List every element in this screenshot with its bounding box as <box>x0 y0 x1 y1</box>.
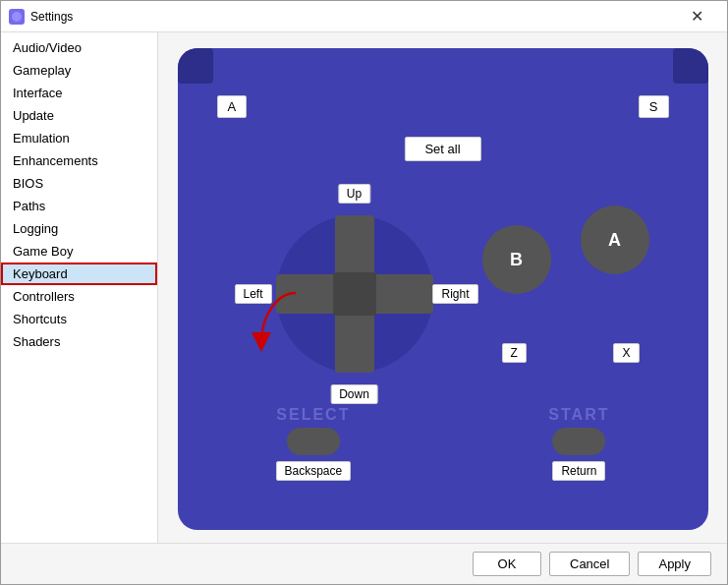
key-right-button[interactable]: Right <box>432 284 477 304</box>
cancel-button[interactable]: Cancel <box>549 552 630 576</box>
sidebar-item-game-boy[interactable]: Game Boy <box>1 240 157 263</box>
start-label: START <box>548 406 609 424</box>
gameboy-display: A S Set all Up Down Left Right <box>178 48 708 530</box>
key-x-button[interactable]: X <box>613 343 639 363</box>
corner-top-right <box>673 48 708 84</box>
window-title: Settings <box>30 10 674 24</box>
a-button[interactable]: A <box>581 205 649 274</box>
key-a-button[interactable]: A <box>217 95 248 118</box>
sidebar-item-keyboard[interactable]: Keyboard <box>1 263 157 285</box>
sidebar-item-audio-video[interactable]: Audio/Video <box>1 36 157 59</box>
apply-button[interactable]: Apply <box>638 552 711 576</box>
sidebar-item-bios[interactable]: BIOS <box>1 172 157 195</box>
close-button[interactable]: ✕ <box>674 1 719 32</box>
sidebar-item-logging[interactable]: Logging <box>1 217 157 240</box>
dpad-area: Up Down Left Right <box>266 205 443 382</box>
set-all-button[interactable]: Set all <box>404 137 480 161</box>
key-up-button[interactable]: Up <box>338 184 370 204</box>
select-oval-button[interactable] <box>287 428 340 455</box>
select-start-area: SELECT Backspace START Return <box>276 406 610 481</box>
return-button[interactable]: Return <box>552 461 605 481</box>
select-group: SELECT Backspace <box>276 406 352 481</box>
ok-button[interactable]: OK <box>473 552 541 576</box>
sidebar-item-interface[interactable]: Interface <box>1 82 157 104</box>
sidebar-item-shortcuts[interactable]: Shortcuts <box>1 308 157 330</box>
key-z-button[interactable]: Z <box>502 343 527 363</box>
sidebar: Audio/Video Gameplay Interface Update Em… <box>1 32 158 543</box>
action-buttons-area: B A Z X <box>482 205 649 373</box>
sidebar-item-enhancements[interactable]: Enhancements <box>1 149 157 172</box>
sidebar-item-paths[interactable]: Paths <box>1 195 157 217</box>
sidebar-item-gameplay[interactable]: Gameplay <box>1 59 157 82</box>
backspace-button[interactable]: Backspace <box>276 461 352 481</box>
key-left-button[interactable]: Left <box>235 284 272 304</box>
settings-window: Settings ✕ Audio/Video Gameplay Interfac… <box>0 0 728 585</box>
sidebar-item-update[interactable]: Update <box>1 104 157 127</box>
b-button[interactable]: B <box>482 225 551 294</box>
app-icon <box>9 9 25 25</box>
svg-point-0 <box>12 12 22 22</box>
sidebar-item-shaders[interactable]: Shaders <box>1 330 157 353</box>
keyboard-panel: A S Set all Up Down Left Right <box>158 32 727 543</box>
content-area: Audio/Video Gameplay Interface Update Em… <box>1 32 727 543</box>
footer: OK Cancel Apply <box>1 543 727 584</box>
start-oval-button[interactable] <box>552 428 605 455</box>
title-bar: Settings ✕ <box>1 1 727 32</box>
start-group: START Return <box>548 406 609 481</box>
sidebar-item-emulation[interactable]: Emulation <box>1 127 157 149</box>
key-s-button[interactable]: S <box>639 95 669 118</box>
corner-top-left <box>178 48 213 84</box>
key-down-button[interactable]: Down <box>330 384 378 404</box>
dpad-cross <box>276 215 433 373</box>
sidebar-item-controllers[interactable]: Controllers <box>1 285 157 308</box>
select-label: SELECT <box>276 406 350 424</box>
dpad-center <box>333 272 376 316</box>
